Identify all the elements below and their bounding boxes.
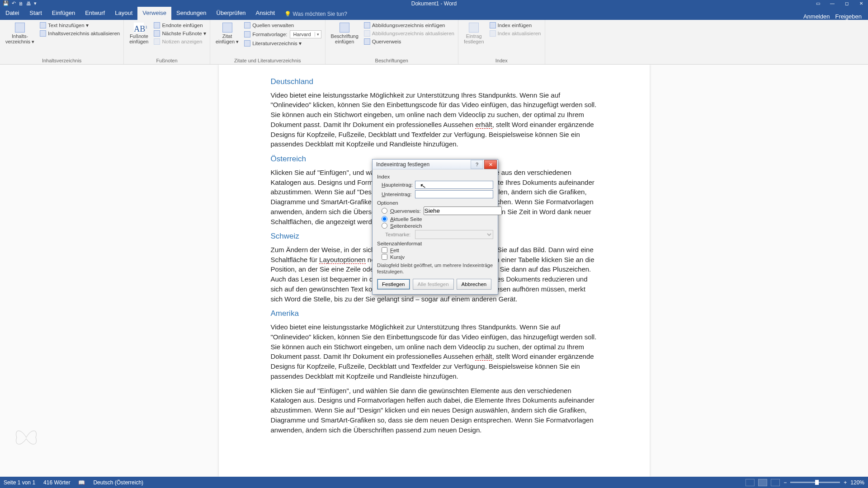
update-toc-button[interactable]: Inhaltsverzeichnis aktualisieren bbox=[40, 30, 120, 37]
main-entry-input[interactable] bbox=[415, 181, 493, 189]
crossref-input[interactable] bbox=[424, 206, 502, 215]
zoom-slider[interactable] bbox=[790, 482, 840, 483]
crossref-button[interactable]: Querverweis bbox=[364, 38, 454, 45]
dialog-titlebar[interactable]: Indexeintrag festlegen ? ✕ bbox=[373, 160, 498, 169]
window-controls: ▭ — ◻ ✕ bbox=[811, 0, 868, 7]
insert-footnote-button[interactable]: AB Fußnote einfügen bbox=[127, 22, 150, 45]
paragraph: Video bietet eine leistungsstarke Möglic… bbox=[271, 322, 598, 381]
spelling-error: Layoutoptionen bbox=[319, 256, 366, 264]
current-page-radio[interactable]: Aktuelle Seite bbox=[382, 216, 493, 222]
endnote-icon bbox=[154, 22, 160, 28]
mark-entry-button[interactable]: Eintrag festlegen bbox=[462, 22, 486, 45]
ribbon-tabs: Datei Start Einfügen Entwurf Layout Verw… bbox=[0, 7, 868, 20]
zoom-level[interactable]: 120% bbox=[850, 479, 864, 486]
main-entry-label: HHaupteintrag:aupteintrag: bbox=[377, 182, 412, 188]
page-indicator[interactable]: Seite 1 von 1 bbox=[4, 479, 35, 486]
manage-sources-button[interactable]: Quellen verwalten bbox=[244, 22, 321, 29]
add-text-button[interactable]: Text hinzufügen ▾ bbox=[40, 22, 120, 29]
section-pageformat: Seitenzahlenformat bbox=[377, 241, 493, 246]
toc-button[interactable]: Inhalts- verzeichnis ▾ bbox=[4, 22, 36, 45]
new-icon[interactable]: 🗎 bbox=[19, 1, 24, 6]
tab-mailings[interactable]: Sendungen bbox=[171, 7, 212, 20]
citation-icon bbox=[222, 23, 232, 33]
insert-index-button[interactable]: Index einfügen bbox=[490, 22, 541, 29]
heading-deutschland: Deutschland bbox=[271, 76, 598, 88]
paragraph: Klicken Sie auf "Einfügen", und wählen S… bbox=[271, 386, 598, 435]
bookmark-select bbox=[415, 230, 493, 239]
bibliography-icon bbox=[244, 40, 250, 47]
print-icon[interactable]: 🖶 bbox=[26, 1, 31, 6]
save-icon[interactable]: 💾 bbox=[3, 0, 9, 6]
paragraph: Video bietet eine leistungsstarke Möglic… bbox=[271, 90, 598, 150]
caption-icon bbox=[340, 23, 349, 33]
tab-view[interactable]: Ansicht bbox=[251, 7, 280, 20]
tab-file[interactable]: Datei bbox=[0, 7, 24, 20]
proofing-icon[interactable]: 📖 bbox=[78, 479, 85, 486]
dialog-title: Indexeintrag festlegen bbox=[376, 161, 429, 168]
close-icon[interactable]: ✕ bbox=[854, 0, 868, 7]
cancel-button[interactable]: Abbrechen bbox=[457, 279, 492, 290]
mark-button[interactable]: Festlegen bbox=[377, 279, 410, 290]
dialog-help-icon[interactable]: ? bbox=[471, 160, 483, 169]
next-footnote-button[interactable]: Nächste Fußnote ▾ bbox=[154, 30, 206, 37]
sign-in-link[interactable]: Anmelden bbox=[803, 13, 830, 20]
crossref-icon bbox=[364, 38, 370, 45]
sub-entry-label: Untereintrag: bbox=[377, 192, 412, 197]
group-citations: Zitat einfügen ▾ Quellen verwalten Forma… bbox=[210, 20, 326, 64]
undo-icon[interactable]: ↶ bbox=[12, 0, 16, 6]
insert-citation-button[interactable]: Zitat einfügen ▾ bbox=[214, 22, 241, 45]
ribbon-options-icon[interactable]: ▭ bbox=[811, 0, 825, 7]
mark-all-button: Alle festlegen bbox=[413, 279, 454, 290]
tab-draft[interactable]: Entwurf bbox=[80, 7, 110, 20]
mark-index-entry-dialog: Indexeintrag festlegen ? ✕ Index HHaupte… bbox=[372, 159, 498, 295]
group-toc: Inhalts- verzeichnis ▾ Text hinzufügen ▾… bbox=[0, 20, 124, 64]
bibliography-button[interactable]: Literaturverzeichnis ▾ bbox=[244, 40, 321, 47]
add-text-icon bbox=[40, 22, 46, 28]
chevron-down-icon: ▾ bbox=[315, 32, 321, 37]
language-indicator[interactable]: Deutsch (Österreich) bbox=[93, 479, 143, 486]
section-index: Index bbox=[377, 174, 493, 179]
insert-figtable-button[interactable]: Abbildungsverzeichnis einfügen bbox=[364, 22, 454, 29]
bulb-icon: 💡 bbox=[284, 11, 291, 17]
bold-checkbox[interactable]: Fett bbox=[382, 247, 493, 253]
read-mode-icon[interactable] bbox=[745, 479, 755, 486]
style-selector[interactable]: Formatvorlage: Harvard▾ bbox=[244, 30, 321, 39]
group-captions: Beschriftung einfügen Abbildungsverzeich… bbox=[326, 20, 458, 64]
page-range-radio[interactable]: Seitenbereich bbox=[382, 223, 493, 229]
style-combo[interactable]: Harvard▾ bbox=[290, 30, 321, 38]
zoom-out-button[interactable]: − bbox=[783, 479, 787, 486]
tab-start[interactable]: Start bbox=[24, 7, 47, 20]
qat-more-icon[interactable]: ▾ bbox=[34, 0, 37, 6]
tab-references[interactable]: Verweise bbox=[137, 7, 171, 20]
tell-me-search[interactable]: 💡 Was möchten Sie tun? bbox=[280, 8, 352, 20]
title-bar: 💾 ↶ 🗎 🖶 ▾ Dokument1 - Word ▭ — ◻ ✕ bbox=[0, 0, 868, 7]
update-figtable-icon bbox=[364, 30, 370, 37]
insert-endnote-button[interactable]: Endnote einfügen bbox=[154, 22, 206, 29]
share-button[interactable]: Freigeben bbox=[835, 13, 862, 20]
tab-review[interactable]: Überprüfen bbox=[212, 7, 251, 20]
sources-icon bbox=[244, 22, 250, 28]
dialog-note: Dialogfeld bleibt geöffnet, um mehrere I… bbox=[377, 263, 493, 275]
style-icon bbox=[244, 31, 250, 38]
maximize-icon[interactable]: ◻ bbox=[840, 0, 854, 7]
insert-index-icon bbox=[490, 22, 496, 28]
group-footnotes: AB Fußnote einfügen Endnote einfügen Näc… bbox=[124, 20, 210, 64]
minimize-icon[interactable]: — bbox=[826, 0, 839, 7]
tab-layout[interactable]: Layout bbox=[110, 7, 137, 20]
tab-insert[interactable]: Einfügen bbox=[47, 7, 80, 20]
web-layout-icon[interactable] bbox=[771, 479, 780, 486]
footnote-icon: AB bbox=[134, 23, 144, 33]
insert-caption-button[interactable]: Beschriftung einfügen bbox=[329, 22, 360, 45]
update-index-icon bbox=[490, 30, 496, 37]
word-count[interactable]: 416 Wörter bbox=[43, 479, 70, 486]
spelling-error: erhält bbox=[475, 352, 492, 361]
dialog-close-icon[interactable]: ✕ bbox=[484, 160, 497, 169]
italic-checkbox[interactable]: Kursiv bbox=[382, 254, 493, 260]
zoom-in-button[interactable]: + bbox=[844, 479, 847, 486]
update-index-button: Index aktualisieren bbox=[490, 30, 541, 37]
bookmark-label: Textmarke: bbox=[377, 232, 412, 237]
crossref-radio[interactable]: Querverweis: bbox=[382, 206, 493, 215]
sub-entry-input[interactable] bbox=[415, 190, 493, 198]
print-layout-icon[interactable] bbox=[758, 479, 767, 486]
show-notes-icon bbox=[154, 38, 160, 45]
